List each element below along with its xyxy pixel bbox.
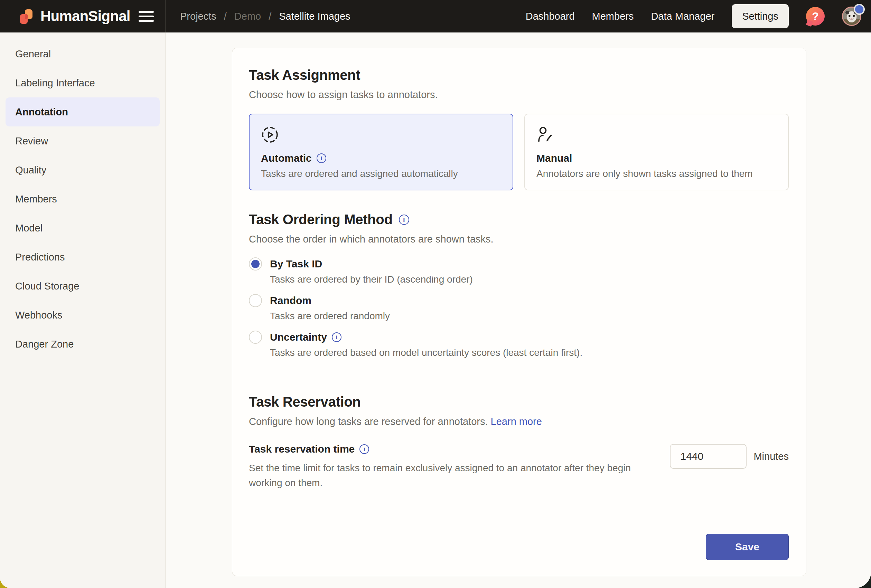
by-task-id-label: By Task ID: [270, 257, 322, 270]
settings-sidebar: General Labeling Interface Annotation Re…: [0, 33, 166, 588]
sidebar-item-danger-zone[interactable]: Danger Zone: [6, 330, 160, 358]
uncertainty-label-row: Uncertainty: [270, 331, 582, 344]
radio-uncertainty[interactable]: [249, 331, 262, 344]
nav-members[interactable]: Members: [592, 11, 634, 22]
ordering-option-random: Random Tasks are ordered randomly: [249, 294, 789, 322]
breadcrumb-current-project: Satellite Images: [279, 11, 350, 22]
reservation-time-text: Task reservation time Set the time limit…: [249, 443, 653, 491]
uncertainty-label: Uncertainty: [270, 331, 327, 344]
sidebar-item-annotation[interactable]: Annotation: [6, 97, 160, 127]
automatic-description: Tasks are ordered and assigned automatic…: [261, 168, 501, 179]
breadcrumb-separator: /: [269, 11, 271, 22]
info-icon[interactable]: [359, 444, 369, 454]
notification-dot: [855, 5, 864, 13]
radio-random[interactable]: [249, 294, 262, 307]
sidebar-item-general[interactable]: General: [6, 39, 160, 69]
nav-data-manager[interactable]: Data Manager: [651, 11, 714, 22]
automatic-label: Automatic: [261, 152, 312, 164]
header-nav: Dashboard Members Data Manager Settings …: [526, 4, 871, 28]
random-label: Random: [270, 294, 311, 307]
assignment-option-manual[interactable]: Manual Annotators are only shown tasks a…: [524, 113, 789, 190]
ordering-radio-group: By Task ID Tasks are ordered by their ID…: [249, 257, 789, 367]
radio-by-task-id[interactable]: [249, 257, 262, 270]
task-reservation-subtitle-text: Configure how long tasks are reserved fo…: [249, 416, 488, 427]
sidebar-item-webhooks[interactable]: Webhooks: [6, 301, 160, 330]
manual-description: Annotators are only shown tasks assigned…: [536, 168, 776, 179]
breadcrumb-separator: /: [224, 11, 227, 22]
help-icon[interactable]: ?: [806, 7, 825, 25]
by-task-id-label-row: By Task ID: [270, 257, 473, 270]
hamburger-menu-icon[interactable]: [139, 11, 154, 22]
ordering-option-uncertainty: Uncertainty Tasks are ordered based on m…: [249, 331, 789, 358]
save-row: Save: [249, 534, 789, 560]
task-reservation-subtitle: Configure how long tasks are reserved fo…: [249, 416, 789, 427]
info-icon[interactable]: [399, 215, 409, 225]
task-assignment-title: Task Assignment: [249, 67, 789, 83]
breadcrumb: Projects / Demo / Satellite Images: [166, 11, 350, 22]
info-icon[interactable]: [317, 154, 326, 163]
save-button[interactable]: Save: [706, 534, 789, 560]
task-assignment-subtitle: Choose how to assign tasks to annotators…: [249, 89, 789, 100]
task-ordering-title-row: Task Ordering Method: [249, 212, 789, 227]
reservation-time-input[interactable]: [670, 444, 747, 469]
person-edit-icon: [536, 126, 554, 144]
humansignal-logo[interactable]: HumanSignal: [16, 7, 130, 26]
sidebar-item-model[interactable]: Model: [6, 213, 160, 243]
breadcrumb-projects[interactable]: Projects: [180, 11, 216, 22]
breadcrumb-demo[interactable]: Demo: [234, 11, 261, 22]
info-icon[interactable]: [332, 332, 341, 342]
reservation-time-input-group: Minutes: [670, 443, 789, 469]
sidebar-item-predictions[interactable]: Predictions: [6, 243, 160, 272]
reservation-time-unit: Minutes: [753, 451, 789, 462]
sidebar-item-members[interactable]: Members: [6, 185, 160, 213]
manual-label: Manual: [536, 152, 572, 164]
top-bar: HumanSignal Projects / Demo / Satellite …: [0, 0, 871, 33]
random-description: Tasks are ordered randomly: [270, 310, 390, 322]
settings-button[interactable]: Settings: [732, 4, 789, 28]
random-label-row: Random: [270, 294, 390, 307]
reservation-time-row: Task reservation time Set the time limit…: [249, 443, 789, 491]
reservation-time-description: Set the time limit for tasks to remain e…: [249, 461, 653, 491]
assignment-option-automatic[interactable]: Automatic Tasks are ordered and assigned…: [249, 113, 513, 190]
auto-play-dashed-circle-icon: [261, 126, 279, 144]
manual-option-label-row: Manual: [536, 152, 776, 164]
by-task-id-description: Tasks are ordered by their ID (ascending…: [270, 274, 473, 285]
header-left: HumanSignal: [0, 0, 166, 33]
reservation-time-label-row: Task reservation time: [249, 443, 653, 455]
uncertainty-description: Tasks are ordered based on model uncerta…: [270, 347, 582, 358]
automatic-option-label-row: Automatic: [261, 152, 501, 164]
sidebar-item-review[interactable]: Review: [6, 127, 160, 155]
assignment-options: Automatic Tasks are ordered and assigned…: [249, 113, 789, 190]
sidebar-item-labeling-interface[interactable]: Labeling Interface: [6, 69, 160, 97]
question-mark-icon: ?: [812, 10, 819, 23]
app-window: HumanSignal Projects / Demo / Satellite …: [0, 0, 871, 588]
sidebar-item-cloud-storage[interactable]: Cloud Storage: [6, 272, 160, 301]
task-ordering-title: Task Ordering Method: [249, 212, 393, 227]
main-content: Task Assignment Choose how to assign tas…: [166, 33, 871, 588]
logo-text: HumanSignal: [40, 8, 130, 24]
task-ordering-subtitle: Choose the order in which annotators are…: [249, 234, 789, 245]
reservation-time-label: Task reservation time: [249, 443, 355, 455]
sidebar-item-quality[interactable]: Quality: [6, 155, 160, 185]
learn-more-link[interactable]: Learn more: [491, 416, 542, 427]
annotation-settings-card: Task Assignment Choose how to assign tas…: [232, 48, 807, 576]
user-avatar[interactable]: [842, 7, 861, 26]
ordering-option-by-task-id: By Task ID Tasks are ordered by their ID…: [249, 257, 789, 285]
nav-dashboard[interactable]: Dashboard: [526, 11, 575, 22]
humansignal-logo-icon: [16, 7, 36, 26]
task-reservation-title: Task Reservation: [249, 394, 789, 410]
